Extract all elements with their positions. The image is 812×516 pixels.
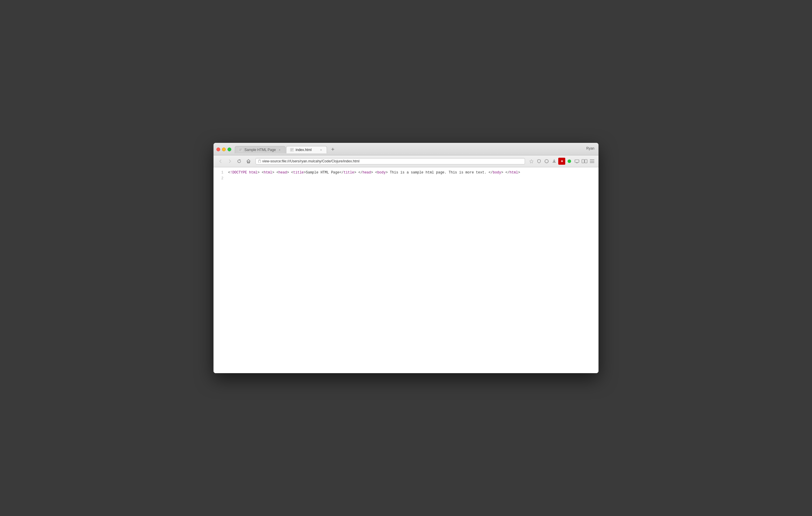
title-bar: Sample HTML Page × index.html ×: [213, 143, 599, 155]
forward-button[interactable]: [226, 157, 234, 165]
toolbar-icons: ✶: [528, 158, 596, 165]
download-icon[interactable]: [551, 158, 558, 165]
screen-icon[interactable]: [573, 158, 580, 165]
address-input[interactable]: [262, 159, 522, 163]
browser-window: Sample HTML Page × index.html ×: [213, 143, 599, 373]
profile-name: Ryan: [586, 146, 594, 150]
svg-rect-6: [290, 150, 293, 150]
tab-label-1: Sample HTML Page: [244, 148, 276, 152]
greendog-icon[interactable]: [566, 158, 573, 165]
tabs-row: Sample HTML Page × index.html ×: [235, 145, 586, 153]
tab-index-html[interactable]: index.html ×: [286, 146, 327, 153]
traffic-lights: [216, 148, 231, 151]
reader-icon[interactable]: [581, 158, 588, 165]
line-number-2: 2: [216, 176, 224, 181]
svg-rect-11: [258, 161, 261, 163]
svg-rect-14: [575, 160, 579, 162]
svg-rect-5: [290, 149, 293, 149]
line-numbers: 1 2: [213, 167, 225, 373]
svg-rect-9: [332, 148, 333, 151]
tab-label-2: index.html: [296, 148, 317, 152]
svg-rect-1: [239, 149, 242, 149]
home-button[interactable]: [244, 157, 253, 165]
profile-area: Ryan: [586, 146, 596, 152]
close-button[interactable]: [216, 148, 220, 151]
source-content: <!DOCTYPE html> <html> <head> <title>Sam…: [225, 167, 599, 373]
toolbar: ✶: [213, 155, 599, 167]
tab-close-1[interactable]: ×: [278, 148, 282, 152]
tab-favicon-2: [290, 148, 294, 152]
title-bar-top: Sample HTML Page × index.html ×: [216, 145, 596, 153]
compass-icon[interactable]: [543, 158, 550, 165]
new-tab-button[interactable]: [329, 145, 337, 153]
svg-rect-7: [290, 150, 292, 151]
svg-point-13: [568, 159, 571, 163]
svg-rect-2: [239, 150, 241, 150]
back-button[interactable]: [216, 157, 225, 165]
tab-favicon-1: [239, 148, 243, 152]
reload-button[interactable]: [235, 157, 243, 165]
svg-rect-3: [239, 150, 241, 151]
svg-rect-15: [582, 159, 584, 163]
menu-icon[interactable]: [588, 158, 596, 165]
svg-rect-16: [585, 159, 587, 163]
tab-sample-html-page[interactable]: Sample HTML Page ×: [235, 146, 286, 153]
minimize-button[interactable]: [222, 148, 226, 151]
tab-close-2[interactable]: ×: [319, 148, 323, 152]
address-lock-icon: [258, 159, 261, 163]
extension-label: ✶: [560, 159, 563, 163]
shield-icon[interactable]: [535, 158, 543, 165]
address-bar-container: [256, 158, 525, 164]
content-area: 1 2 <!DOCTYPE html> <html> <head> <title…: [213, 167, 599, 373]
bookmark-icon[interactable]: [528, 158, 535, 165]
line-number-1: 1: [216, 170, 224, 176]
maximize-button[interactable]: [228, 148, 231, 151]
extension-icon[interactable]: ✶: [558, 158, 565, 165]
svg-rect-10: [248, 162, 249, 163]
